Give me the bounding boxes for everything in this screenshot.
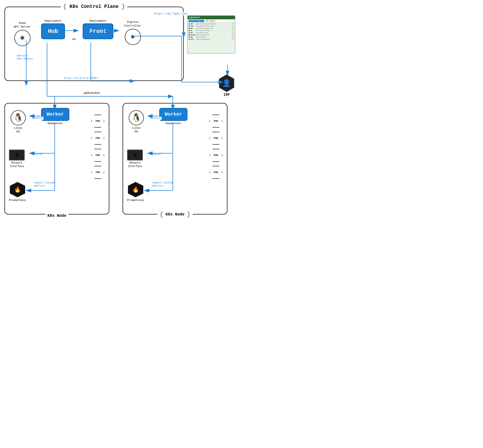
pod-3-left: POD bbox=[91, 149, 104, 162]
kubeshark-toolbar: Traffic Capture API Status... bbox=[188, 19, 235, 23]
ks-search: API Status... bbox=[205, 20, 234, 22]
nic-label-left: NetworkInterface bbox=[9, 161, 25, 168]
kube-api-label: KubeAPI Server bbox=[14, 22, 31, 29]
linux-icon-left: 🐧 bbox=[10, 110, 26, 126]
monitor-label-right-1: monitor bbox=[149, 117, 162, 120]
pod-3-right: POD bbox=[209, 149, 222, 162]
daemonset-label-left: Daemonset bbox=[41, 122, 69, 125]
idp-label: IDP bbox=[218, 93, 235, 97]
control-plane-box: { K8s Control Plane } KubeAPI Server ⎈ D… bbox=[4, 7, 184, 81]
pods-left: POD POD POD POD bbox=[91, 114, 104, 179]
control-plane-label: { K8s Control Plane } bbox=[61, 3, 127, 10]
prometheus-icon-left: 🔥 bbox=[10, 182, 25, 197]
pod-4-left: POD bbox=[91, 166, 104, 179]
export-label-right: export custommetrics bbox=[152, 181, 173, 187]
url-top-label: https://my.fqdn.com/ bbox=[153, 12, 188, 15]
worker-box-left: Worker bbox=[41, 108, 69, 121]
nic-label-right: NetworkInterface bbox=[127, 161, 143, 168]
pod-4-right: POD bbox=[209, 166, 222, 179]
ingress-label: IngressController bbox=[124, 20, 141, 28]
bracket-left: { bbox=[63, 3, 67, 10]
worker-right: Worker Daemonset bbox=[159, 108, 187, 125]
prometheus-left: 🔥 Prometheus bbox=[9, 182, 26, 202]
kubeshark-rows: GET/api/v1/namespaces/default200POST/str… bbox=[188, 23, 235, 40]
front-deployment: Deployment Front bbox=[83, 19, 113, 39]
prometheus-label-right: Prometheus bbox=[127, 199, 144, 202]
nic-right: 🖥 NetworkInterface bbox=[127, 150, 143, 168]
monitor-label-left-1: monitor bbox=[31, 117, 44, 120]
node-left: K8s Node 🐧 LinuxOS Worker Daemonset 🖥 Ne… bbox=[4, 103, 109, 215]
ingress-icon: ⎈ bbox=[125, 29, 141, 45]
worker-left: Worker Daemonset bbox=[41, 108, 69, 125]
ingress-controller: IngressController ⎈ bbox=[124, 20, 141, 45]
pod-1-right: POD bbox=[209, 114, 222, 128]
front-deployment-label: Deployment bbox=[83, 19, 113, 23]
kubeshark-row: GET/api/v1/pods/nginx-pod404 bbox=[188, 27, 235, 30]
ws-label: ws bbox=[72, 37, 77, 41]
websocket-label: websocket bbox=[83, 91, 101, 95]
kubeshark-row: WS/ws/traffic-stream101 bbox=[188, 30, 235, 32]
node-right-label: { K8s Node } bbox=[157, 211, 193, 218]
hub-deployment-label: Deployment bbox=[41, 19, 65, 23]
nic-icon-left: 🖥 bbox=[9, 150, 25, 160]
prometheus-icon-right: 🔥 bbox=[128, 182, 143, 197]
hub-deployment: Deployment Hub bbox=[41, 19, 65, 39]
prometheus-right: 🔥 Prometheus bbox=[127, 182, 144, 202]
monitor-label-left-2: monitor bbox=[31, 153, 44, 156]
kubeshark-row: GET/api/v1/services200 bbox=[188, 32, 235, 34]
node-right: { K8s Node } 🐧 LinuxOS Worker Daemonset … bbox=[123, 103, 227, 215]
nic-icon-right: 🖥 bbox=[127, 150, 143, 160]
front-box: Front bbox=[83, 24, 113, 39]
kubeshark-row: GET/api/v1/nodes200 bbox=[188, 36, 235, 38]
pod-1-left: POD bbox=[91, 114, 104, 128]
monitor-label-right-2: monitor bbox=[149, 153, 162, 156]
node-left-label: K8s Node bbox=[45, 214, 69, 218]
idp: 👤 IDP bbox=[218, 74, 235, 97]
kubeshark-row: POST/api/v1/namespaces201 bbox=[188, 38, 235, 40]
control-plane-title: K8s Control Plane bbox=[70, 4, 118, 9]
prometheus-label-left: Prometheus bbox=[9, 199, 26, 202]
nic-left: 🖥 NetworkInterface bbox=[9, 150, 25, 168]
ks-traffic-btn: Traffic Capture bbox=[188, 20, 204, 22]
linux-icon-right: 🐧 bbox=[129, 110, 144, 126]
kubeshark-title: Kubeshark bbox=[189, 16, 200, 19]
kubeshark-row: GET/api/v1/namespaces/default200 bbox=[188, 23, 235, 25]
linux-label-left: LinuxOS bbox=[10, 126, 26, 134]
pod-2-right: POD bbox=[209, 132, 222, 145]
monitor-k8s-label: monitorK8s events bbox=[16, 54, 33, 60]
kubeshark-header: Kubeshark bbox=[188, 16, 235, 19]
kube-api-icon: ⎈ bbox=[14, 30, 31, 46]
linux-label-right: LinuxOS bbox=[129, 126, 144, 134]
kubeshark-thumbnail: Kubeshark Traffic Capture API Status... … bbox=[187, 15, 235, 54]
kube-api-server: KubeAPI Server ⎈ bbox=[14, 22, 31, 47]
pod-2-left: POD bbox=[91, 132, 104, 145]
linux-right: 🐧 LinuxOS bbox=[129, 110, 144, 134]
worker-box-right: Worker bbox=[159, 108, 187, 121]
export-label-left: export custommetrics bbox=[33, 181, 55, 187]
bracket-right: } bbox=[121, 3, 125, 10]
kubeshark-row: DELETE/api/v1/pods/test500 bbox=[188, 34, 235, 36]
pods-right: POD POD POD POD bbox=[209, 114, 222, 179]
daemonset-label-right: Daemonset bbox=[159, 122, 187, 125]
url-bottom-label: http://0.0.0.0:8899/ bbox=[63, 77, 99, 80]
hub-box: Hub bbox=[41, 24, 65, 39]
linux-left: 🐧 LinuxOS bbox=[10, 110, 26, 134]
idp-icon: 👤 bbox=[218, 74, 235, 92]
kubeshark-row: POST/streaming/traffic-dump200 bbox=[188, 25, 235, 27]
diagram: { K8s Control Plane } KubeAPI Server ⎈ D… bbox=[0, 0, 242, 224]
